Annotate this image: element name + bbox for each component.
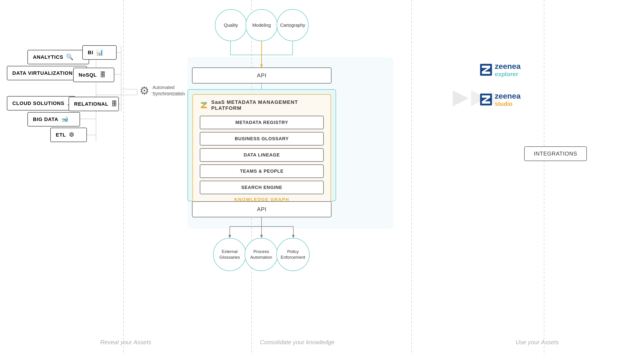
bi-box: BI 📊 <box>82 45 116 60</box>
bigdata-box: BIG DATA 🐋 <box>28 112 80 127</box>
zeenea-studio-main: zeenea <box>495 92 520 100</box>
svg-marker-30 <box>228 235 231 238</box>
zeenea-z-icon <box>200 101 208 110</box>
cartography-circle: Cartography <box>276 9 309 41</box>
process-automation-label: Process Automation <box>250 249 272 260</box>
bi-icon: 📊 <box>96 49 104 56</box>
zeenea-explorer-text: zeenea explorer <box>495 62 520 78</box>
auto-sync-text: Automated Synchronization <box>152 84 185 97</box>
reveal-assets-label: Reveal your Assets <box>46 339 206 346</box>
api-top-box: API <box>192 68 332 84</box>
zeenea-explorer-logo: zeenea explorer <box>480 62 520 78</box>
module-metadata-registry: METADATA REGISTRY <box>200 116 324 129</box>
zeenea-explorer-icon <box>480 64 492 76</box>
bigdata-label: BIG DATA <box>33 116 58 122</box>
bigdata-icon: 🐋 <box>61 116 68 123</box>
analytics-box: ANALYTICS 🔍 <box>28 50 89 64</box>
use-assets-label: Use your Assets <box>469 339 606 346</box>
modeling-label: Modeling <box>252 22 271 28</box>
module-business-glossary: BUSINESS GLOSSARY <box>200 132 324 145</box>
platform-header: SaaS METADATA MANAGEMENT PLATFORM <box>200 99 324 111</box>
api-top-label: API <box>257 72 266 79</box>
modeling-circle: Modeling <box>246 9 278 41</box>
integrations-box: INTEGRATIONS <box>524 146 587 161</box>
auto-sync-line2: Synchronization <box>152 91 185 97</box>
api-bottom-box: API <box>192 201 332 217</box>
zeenea-explorer-sub: explorer <box>495 71 520 78</box>
nosql-label: NoSQL <box>79 72 97 78</box>
analytics-label: ANALYTICS <box>33 54 63 60</box>
etl-box: ETL ⚙ <box>50 128 87 142</box>
quality-label: Quality <box>224 22 238 28</box>
etl-label: ETL <box>56 132 66 138</box>
policy-enforcement-label: Policy Enforcement <box>281 249 306 260</box>
module-data-lineage: DATA LINEAGE <box>200 148 324 162</box>
svg-marker-34 <box>292 235 295 238</box>
nosql-box: NoSQL 🗄 <box>73 68 114 82</box>
integrations-label: INTEGRATIONS <box>534 151 577 157</box>
consolidate-knowledge-label: Consolidate your knowledge <box>206 339 389 346</box>
auto-sync: ⚙ Automated Synchronization <box>140 84 185 97</box>
external-glossaries-label: External Glossaries <box>220 249 240 260</box>
nosql-icon: 🗄 <box>100 71 106 79</box>
cloud-label: CLOUD SOLUTIONS <box>12 100 64 106</box>
api-bottom-label: API <box>257 206 266 212</box>
svg-marker-35 <box>453 90 469 106</box>
analytics-icon: 🔍 <box>66 54 74 61</box>
bi-label: BI <box>88 50 93 56</box>
cartography-label: Cartography <box>280 22 305 28</box>
process-automation-circle: Process Automation <box>244 238 278 271</box>
auto-sync-line1: Automated <box>152 84 185 91</box>
platform-inner: SaaS METADATA MANAGEMENT PLATFORM METADA… <box>192 94 331 210</box>
svg-marker-32 <box>260 235 263 238</box>
zeenea-studio-text: zeenea studio <box>495 92 520 108</box>
module-teams-people: TEAMS & PEOPLE <box>200 164 324 178</box>
relational-label: RELATIONAL <box>74 101 108 107</box>
platform-title: SaaS METADATA MANAGEMENT PLATFORM <box>211 99 324 111</box>
platform-outer: SaaS METADATA MANAGEMENT PLATFORM METADA… <box>188 89 336 201</box>
external-glossaries-circle: External Glossaries <box>213 238 246 271</box>
zeenea-studio-icon <box>480 94 492 105</box>
quality-circle: Quality <box>215 9 247 41</box>
relational-icon: 🗄 <box>111 100 117 108</box>
module-search-engine: SEARCH ENGINE <box>200 181 324 194</box>
policy-enforcement-circle: Policy Enforcement <box>276 238 310 271</box>
relational-box: RELATIONAL 🗄 <box>68 97 119 111</box>
gear-icon: ⚙ <box>140 84 149 97</box>
etl-icon: ⚙ <box>69 131 74 138</box>
svg-marker-24 <box>260 65 263 68</box>
diagram-container: ANALYTICS 🔍 DATA VIRTUALIZATION 🗄 CLOUD … <box>0 0 644 355</box>
zeenea-studio-logo: zeenea studio <box>480 92 520 108</box>
data-virt-label: DATA VIRTUALIZATION <box>12 70 73 76</box>
zeenea-studio-sub: studio <box>495 100 520 108</box>
zeenea-explorer-main: zeenea <box>495 62 520 71</box>
cloud-box: CLOUD SOLUTIONS ☁ <box>7 96 76 111</box>
